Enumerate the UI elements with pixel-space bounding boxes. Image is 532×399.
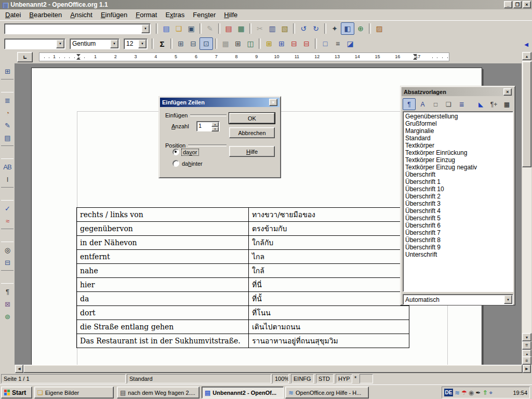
stylist-title-bar[interactable]: Absatzvorlagen × bbox=[402, 87, 514, 96]
cut-icon[interactable]: ✂ bbox=[254, 23, 266, 34]
previous-page-icon[interactable]: ⇈ bbox=[522, 341, 531, 350]
close-button[interactable]: × bbox=[523, 1, 531, 8]
style-item[interactable]: Gegenüberstellung bbox=[404, 113, 458, 120]
scroll-up-icon[interactable]: ▲ bbox=[522, 52, 531, 60]
separator[interactable] bbox=[369, 23, 371, 34]
separator[interactable] bbox=[249, 23, 251, 34]
new-document-icon[interactable]: ▤ bbox=[160, 23, 172, 34]
style-item[interactable]: Unterschrift bbox=[404, 251, 437, 258]
styles-list[interactable]: GegenüberstellungGrußformelMarginalieSta… bbox=[403, 111, 513, 292]
table-cell-thai[interactable]: ที่นั้ bbox=[249, 292, 409, 306]
style-item[interactable]: Überschrift 2 bbox=[404, 193, 441, 200]
cancel-button[interactable]: Abbrechen bbox=[229, 127, 275, 138]
print-icon[interactable]: ▦ bbox=[235, 23, 247, 34]
border-color-icon[interactable]: ◪ bbox=[344, 38, 356, 49]
separator[interactable] bbox=[1, 79, 14, 92]
new-style-from-selection-icon[interactable]: ¶+ bbox=[488, 99, 500, 110]
table-cell-german[interactable]: dort bbox=[77, 306, 249, 320]
table-cell-thai[interactable]: ที่โนน bbox=[249, 306, 409, 320]
font-select[interactable]: Gentium ▼ bbox=[70, 38, 119, 49]
frame-styles-icon[interactable]: □ bbox=[430, 99, 442, 110]
navigator-icon[interactable]: ✦ bbox=[328, 23, 341, 34]
separator[interactable] bbox=[200, 23, 202, 34]
style-item[interactable]: Überschrift 10 bbox=[404, 185, 444, 193]
style-select[interactable]: ▼ bbox=[4, 38, 65, 49]
table-cell-german[interactable]: entfernt bbox=[77, 250, 249, 264]
style-item[interactable]: Überschrift 6 bbox=[404, 222, 441, 229]
find-replace-icon[interactable]: ◎ bbox=[1, 244, 14, 256]
horizontal-ruler[interactable]: 1 1234567891011121314151617 bbox=[39, 52, 449, 61]
radio-davor[interactable]: davor bbox=[172, 149, 198, 155]
table-cell-thai[interactable]: ตรงข้ามกับ bbox=[249, 222, 409, 236]
redo-icon[interactable]: ↻ bbox=[310, 23, 322, 34]
radio-dahinter[interactable]: dahinter bbox=[172, 160, 203, 167]
split-cells-vertical-icon[interactable]: ⊡ bbox=[200, 37, 213, 50]
tab-type-button[interactable]: ∟ bbox=[17, 52, 33, 62]
menu-fenster[interactable]: Fenster bbox=[189, 10, 220, 20]
draw-functions-icon[interactable]: ✎ bbox=[1, 119, 14, 131]
task-eigene-bilder[interactable]: ❏Eigene Bilder bbox=[34, 387, 114, 398]
separator[interactable] bbox=[218, 23, 220, 34]
numbering-styles-icon[interactable]: ≣ bbox=[456, 99, 468, 110]
table-cell-german[interactable]: rechts / links von bbox=[77, 208, 249, 222]
table-autoformat-icon[interactable]: ◫ bbox=[244, 38, 257, 49]
style-item[interactable]: Textkörper Einzug bbox=[404, 156, 455, 164]
status-insert-mode[interactable]: EINFG bbox=[291, 374, 314, 383]
sum-icon[interactable]: Σ bbox=[156, 38, 168, 49]
menu-ansicht[interactable]: Ansicht bbox=[66, 10, 97, 20]
anzahl-spinner[interactable]: 1 ▴ ▾ bbox=[196, 121, 220, 131]
table-cell-german[interactable]: da bbox=[77, 292, 249, 306]
status-hyperlink-mode[interactable]: HYP bbox=[336, 374, 352, 383]
nonprinting-characters-icon[interactable]: ¶ bbox=[1, 285, 14, 298]
hyperlink-icon[interactable]: ⊕ bbox=[354, 23, 367, 34]
toolbar-scroll-left-icon[interactable]: ◀ bbox=[522, 39, 530, 49]
separator[interactable] bbox=[215, 38, 217, 49]
style-item[interactable]: Überschrift 5 bbox=[404, 215, 441, 222]
paste-icon[interactable]: ▧ bbox=[278, 23, 291, 34]
insert-object-icon[interactable]: ◔ bbox=[1, 107, 14, 119]
style-item[interactable]: Überschrift 7 bbox=[404, 229, 441, 236]
table-borders-icon[interactable]: ⊞ bbox=[232, 38, 244, 49]
font-size-select[interactable]: 12 ▼ bbox=[124, 38, 148, 49]
spin-up-icon[interactable]: ▴ bbox=[211, 122, 219, 127]
radio-unselected-icon[interactable] bbox=[172, 160, 179, 167]
separator[interactable] bbox=[315, 38, 317, 49]
table-cell-german[interactable]: nahe bbox=[77, 264, 249, 278]
stylist-filter-select[interactable]: Automatisch ▼ bbox=[403, 294, 513, 305]
autospellcheck-icon[interactable]: ≈ bbox=[1, 215, 14, 227]
task-unbenannt2[interactable]: ▤Unbenannt2 - OpenOf... bbox=[202, 387, 284, 398]
table-cell-german[interactable]: gegenübervon bbox=[77, 222, 249, 236]
status-page[interactable]: Seite 1 / 1 bbox=[1, 374, 126, 383]
table-cell-thai[interactable]: รานอาหานอยู่ที่ถนนสุขุมวิม bbox=[249, 334, 409, 348]
export-pdf-icon[interactable]: ▤ bbox=[222, 23, 235, 34]
menu-hilfe[interactable]: Hilfe bbox=[220, 10, 242, 20]
horizontal-scroll-thumb[interactable] bbox=[23, 365, 523, 373]
delete-column-icon[interactable]: ⊟ bbox=[300, 38, 313, 49]
edit-file-icon[interactable]: ✎ bbox=[204, 23, 216, 34]
split-cells-horizontal-icon[interactable]: ⊟ bbox=[187, 38, 200, 49]
merge-cells-icon[interactable]: ⊞ bbox=[175, 38, 187, 49]
separator[interactable] bbox=[1, 145, 14, 159]
stylist-icon[interactable]: ◧ bbox=[341, 22, 354, 35]
page-styles-icon[interactable]: ❏ bbox=[443, 99, 455, 110]
volume-icon[interactable]: ◉ bbox=[469, 390, 474, 396]
table-cell-thai[interactable]: ใกล้ bbox=[249, 264, 409, 278]
separator[interactable] bbox=[1, 229, 14, 242]
table-cell-thai[interactable]: ไกล bbox=[249, 250, 409, 264]
language-indicator[interactable]: DE bbox=[444, 389, 453, 396]
insert-table-icon[interactable]: ⊞ bbox=[1, 65, 14, 77]
autotext-icon[interactable]: AB bbox=[1, 161, 14, 173]
style-item[interactable]: Textkörper bbox=[404, 142, 434, 149]
status-selection-mode[interactable]: STD bbox=[316, 374, 334, 383]
font-dropdown-button[interactable]: ▼ bbox=[110, 39, 118, 48]
stylist-close-button[interactable]: × bbox=[503, 88, 512, 96]
style-dropdown-button[interactable]: ▼ bbox=[56, 39, 64, 48]
separator[interactable] bbox=[293, 23, 295, 34]
insert-icon[interactable]: ≣ bbox=[1, 94, 14, 107]
menu-extras[interactable]: Extras bbox=[161, 10, 189, 20]
separator[interactable] bbox=[152, 38, 154, 49]
style-item[interactable]: Marginalie bbox=[404, 127, 434, 135]
ok-button[interactable]: OK bbox=[229, 113, 275, 124]
font-size-dropdown-button[interactable]: ▼ bbox=[138, 39, 147, 48]
scroll-down-icon[interactable]: ▼ bbox=[522, 333, 531, 341]
